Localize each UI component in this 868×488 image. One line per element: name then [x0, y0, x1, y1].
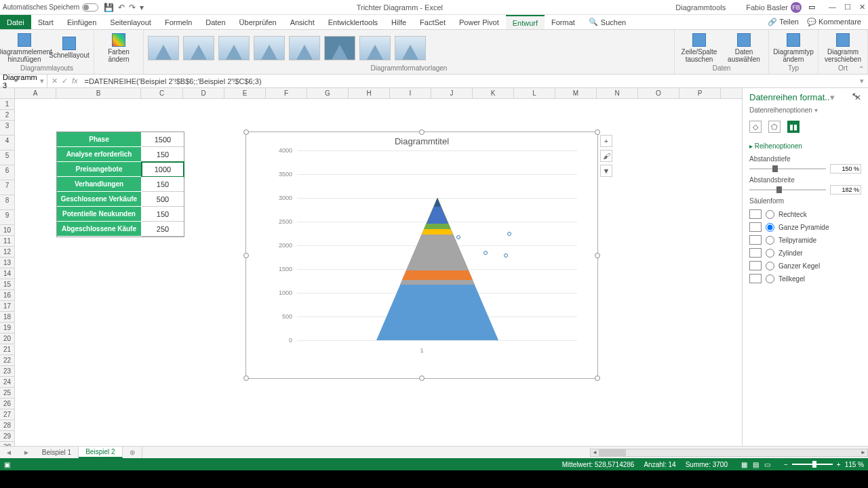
tab-entwicklertools[interactable]: Entwicklertools: [321, 15, 384, 29]
move-chart-button[interactable]: Diagramm verschieben: [823, 32, 863, 64]
row-header[interactable]: 18: [0, 312, 14, 323]
column-header[interactable]: G: [307, 88, 349, 98]
column-header[interactable]: H: [349, 88, 390, 98]
sheet-tab[interactable]: Beispiel 1: [35, 447, 79, 458]
autosave-toggle[interactable]: Automatisches Speichern: [3, 3, 98, 12]
shape-radio-option[interactable]: Ganzer Kegel: [749, 261, 861, 270]
phase-cell[interactable]: Preisangebote: [57, 162, 142, 177]
value-cell[interactable]: 250: [142, 222, 184, 237]
row-header[interactable]: 6: [0, 165, 14, 180]
resize-handle[interactable]: [243, 375, 249, 381]
chart-style-thumb[interactable]: [218, 36, 250, 60]
quick-layout-button[interactable]: Schnelllayout: [49, 32, 90, 64]
value-cell[interactable]: 500: [142, 192, 184, 207]
undo-icon[interactable]: ↶: [118, 3, 125, 12]
fx-icon[interactable]: fx: [72, 77, 78, 85]
row-header[interactable]: 8: [0, 195, 14, 210]
shape-radio-option[interactable]: Teilkegel: [749, 274, 861, 283]
maximize-button[interactable]: ☐: [844, 3, 851, 12]
save-icon[interactable]: 💾: [104, 3, 114, 12]
row-header[interactable]: 27: [0, 409, 14, 420]
sheet-tab[interactable]: Beispiel 2: [79, 447, 122, 458]
fill-line-icon[interactable]: ◇: [749, 121, 762, 133]
value-cell[interactable]: 150: [142, 147, 184, 162]
tab-file[interactable]: Datei: [0, 15, 31, 29]
chart-title[interactable]: Diagrammtitel: [246, 132, 597, 150]
column-header[interactable]: M: [555, 88, 597, 98]
column-header[interactable]: K: [473, 88, 514, 98]
resize-handle[interactable]: [243, 253, 249, 258]
tab-überprüfen[interactable]: Überprüfen: [233, 15, 283, 29]
resize-handle[interactable]: [419, 129, 425, 135]
search-tab[interactable]: 🔍 Suchen: [582, 15, 633, 29]
row-header[interactable]: 15: [0, 279, 14, 290]
column-header[interactable]: L: [514, 88, 555, 98]
zoom-slider[interactable]: [792, 464, 833, 465]
phase-cell[interactable]: Abgeschlossene Käufe: [57, 222, 142, 237]
zoom-in-button[interactable]: +: [837, 461, 841, 468]
page-break-view-icon[interactable]: ▭: [764, 461, 770, 468]
phase-cell[interactable]: Phase: [57, 132, 142, 147]
column-header[interactable]: D: [183, 88, 224, 98]
column-header[interactable]: F: [266, 88, 307, 98]
row-header[interactable]: 25: [0, 388, 14, 399]
close-pane-button[interactable]: ✕: [854, 93, 861, 102]
select-all-corner[interactable]: [0, 88, 15, 98]
phase-cell[interactable]: Potentielle Neukunden: [57, 207, 142, 222]
column-header[interactable]: E: [224, 88, 266, 98]
tab-formeln[interactable]: Formeln: [158, 15, 199, 29]
row-header[interactable]: 20: [0, 333, 14, 344]
value-cell[interactable]: 1500: [142, 132, 184, 147]
add-chart-element-button[interactable]: Diagrammelement hinzufügen: [4, 32, 45, 64]
row-header[interactable]: 4: [0, 136, 14, 150]
row-header[interactable]: 13: [0, 258, 14, 268]
chart-style-thumb[interactable]: [183, 36, 214, 60]
add-sheet-button[interactable]: ⊕: [123, 447, 142, 458]
phase-cell[interactable]: Analyse erforderlich: [57, 147, 142, 162]
tab-start[interactable]: Start: [31, 15, 60, 29]
chart-filter-button[interactable]: ▼: [600, 165, 612, 177]
ribbon-mode-icon[interactable]: ▭: [808, 3, 815, 12]
row-header[interactable]: 30: [0, 442, 14, 446]
row-header[interactable]: 21: [0, 344, 14, 355]
tab-einfügen[interactable]: Einfügen: [60, 15, 103, 29]
gap-width-slider[interactable]: [749, 185, 861, 195]
gap-depth-input[interactable]: [830, 164, 861, 174]
effects-icon[interactable]: ⬠: [768, 121, 781, 133]
tab-ansicht[interactable]: Ansicht: [283, 15, 321, 29]
shape-radio-option[interactable]: Zylinder: [749, 248, 861, 258]
close-button[interactable]: ✕: [859, 3, 865, 12]
row-header[interactable]: 19: [0, 323, 14, 333]
resize-handle[interactable]: [243, 129, 249, 135]
zoom-out-button[interactable]: −: [784, 461, 788, 468]
column-header[interactable]: A: [15, 88, 56, 98]
value-cell[interactable]: 150: [142, 207, 184, 222]
row-header[interactable]: 5: [0, 150, 14, 165]
sheet-nav-next[interactable]: ►: [18, 449, 35, 456]
redo-icon[interactable]: ↷: [129, 3, 136, 12]
tab-factset[interactable]: FactSet: [413, 15, 452, 29]
row-header[interactable]: 23: [0, 366, 14, 377]
row-header[interactable]: 14: [0, 268, 14, 279]
phase-cell[interactable]: Geschlossene Verkäufe: [57, 192, 142, 207]
row-header[interactable]: 17: [0, 301, 14, 312]
confirm-formula-icon[interactable]: ✓: [62, 77, 68, 85]
row-header[interactable]: 2: [0, 110, 14, 121]
chart-style-thumb[interactable]: [395, 36, 426, 60]
expand-formula-icon[interactable]: ▾: [860, 77, 868, 85]
chart-style-thumb[interactable]: [254, 36, 285, 60]
comments-button[interactable]: 💬 Kommentare: [807, 18, 861, 26]
column-header[interactable]: B: [56, 88, 141, 98]
gap-width-input[interactable]: [830, 185, 861, 195]
row-header[interactable]: 24: [0, 377, 14, 388]
row-header[interactable]: 12: [0, 247, 14, 258]
tab-daten[interactable]: Daten: [199, 15, 232, 29]
column-header[interactable]: C: [141, 88, 183, 98]
name-box[interactable]: Diagramm 3▾: [0, 73, 47, 89]
row-header[interactable]: 1: [0, 99, 14, 110]
resize-handle[interactable]: [419, 375, 425, 381]
tab-entwurf[interactable]: Entwurf: [506, 15, 545, 29]
chart-style-thumb[interactable]: [289, 36, 320, 60]
phase-cell[interactable]: Verhandlungen: [57, 177, 142, 192]
collapse-ribbon-icon[interactable]: ⌃: [859, 65, 864, 73]
